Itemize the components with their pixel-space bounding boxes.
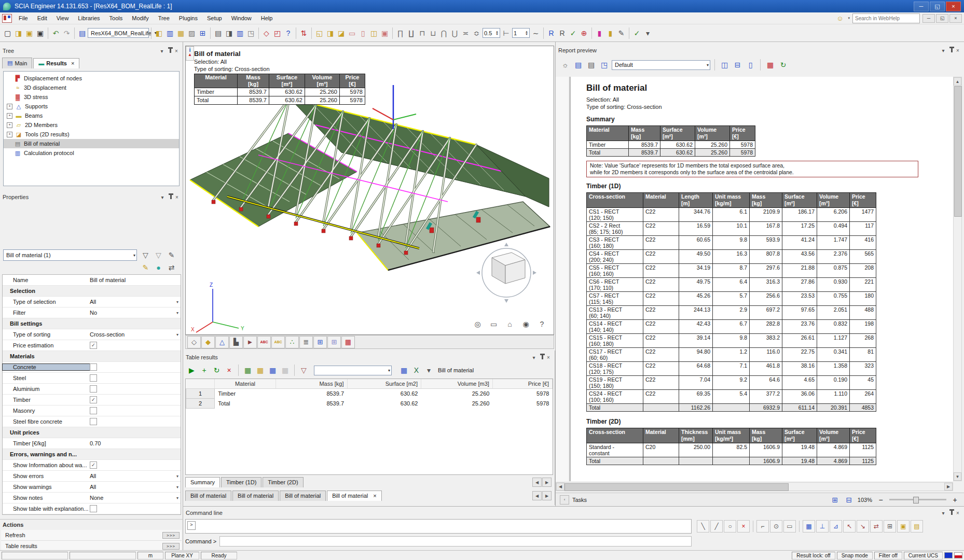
command-history-area[interactable]: > <box>185 519 692 534</box>
accept-icon[interactable]: ✓ <box>631 27 642 38</box>
project-manager-icon[interactable]: ▤ <box>77 27 88 38</box>
tree-menu-arrow-icon[interactable]: ▾ <box>158 47 166 54</box>
dropdown-arrow-icon[interactable]: ▾ <box>176 474 178 479</box>
member-labels-icon[interactable]: ABC <box>271 336 285 348</box>
pencil-icon[interactable]: ✎ <box>166 249 177 260</box>
tree-item-supports[interactable]: +△Supports <box>4 102 179 111</box>
property-value[interactable] <box>90 385 181 393</box>
property-value[interactable]: All▾ <box>90 299 181 305</box>
results-table-icon[interactable]: ⊞ <box>327 336 341 348</box>
labels-flag-icon[interactable]: ► <box>243 336 257 348</box>
scale-spinner-arrows-icon[interactable]: ▲▼ <box>495 31 499 36</box>
property-row-price-estimation[interactable]: Price estimation✓ <box>3 340 181 351</box>
snap-table-icon[interactable]: ⊞ <box>884 520 896 533</box>
checkbox-icon[interactable] <box>90 374 97 382</box>
tree-pin-icon[interactable] <box>170 49 171 53</box>
tree-close-icon[interactable]: × <box>173 47 180 54</box>
report-template-combo[interactable]: Default ▾ <box>612 60 710 70</box>
grid-row[interactable]: 2Total8539.7630.6225.2605978 <box>186 399 553 409</box>
color-magenta-icon[interactable]: ▮ <box>594 27 605 38</box>
grid-column-header[interactable]: Volume [m3] <box>421 379 492 389</box>
zoom-window-icon[interactable]: ▭ <box>488 318 499 329</box>
scroll-up-icon[interactable]: ▲ <box>954 77 961 86</box>
property-row-filter[interactable]: FilterNo▾ <box>3 307 181 318</box>
snap-spinner-arrows-icon[interactable]: ▲▼ <box>525 31 528 36</box>
property-value[interactable] <box>90 505 181 512</box>
command-line-menu-arrow-icon[interactable]: ▾ <box>940 509 947 516</box>
result-check-icon[interactable]: ✓ <box>568 27 579 38</box>
refresh-table-icon[interactable]: ↻ <box>211 365 222 376</box>
menu-tools[interactable]: Tools <box>105 13 128 23</box>
child-close-button[interactable]: × <box>949 14 962 23</box>
snap-ortho-icon[interactable]: ⊥ <box>816 520 829 533</box>
tree-item-2d-members[interactable]: +▱2D Members <box>4 120 179 130</box>
table-results-menu-arrow-icon[interactable]: ▾ <box>530 354 538 361</box>
status-current-ucs[interactable]: Current UCS <box>904 552 943 559</box>
checkbox-icon[interactable]: ✓ <box>90 396 97 403</box>
command-line-close-icon[interactable]: × <box>954 509 961 516</box>
beam-tool-1-icon[interactable]: ∏ <box>395 27 406 38</box>
snap-point-icon[interactable]: ⊙ <box>770 520 782 533</box>
doc-tab-bill-of-material[interactable]: Bill of material <box>185 491 231 501</box>
dropdown-arrow-icon[interactable]: ▾ <box>176 311 178 315</box>
viewport-info-icon[interactable]: i▲ <box>186 46 194 61</box>
action-more-button[interactable]: >>> <box>162 532 180 539</box>
scroll-left-icon[interactable]: ◀ <box>556 483 564 491</box>
property-row-show-table-with-explanation-[interactable]: Show table with explanation... <box>3 503 181 514</box>
zoom-slider-knob[interactable] <box>913 497 919 503</box>
grid-settings-icon[interactable]: ▦ <box>341 336 355 348</box>
report-page-region[interactable]: Bill of material Selection: All Type of … <box>556 77 953 481</box>
select-cursor-icon[interactable]: ⌐ <box>756 520 769 533</box>
filter-icon[interactable]: ▽ <box>140 249 151 260</box>
snap-last-icon[interactable]: ▤ <box>911 520 923 533</box>
export-icon[interactable]: ◳ <box>245 27 256 38</box>
layout-window-5-icon[interactable]: ▯ <box>357 27 368 38</box>
language-icon[interactable] <box>944 552 953 558</box>
property-row-show-errors[interactable]: Show errorsAll▾ <box>3 471 181 482</box>
help-dropdown-icon[interactable]: ▾ <box>848 16 850 20</box>
print-icon[interactable]: ▤ <box>213 27 224 38</box>
numbering-icon[interactable]: ≣ <box>299 336 313 348</box>
document-icon[interactable]: ▥ <box>235 27 245 38</box>
property-value[interactable]: No▾ <box>90 310 181 316</box>
scale-spinner[interactable]: 0.5▲▼ <box>483 28 500 38</box>
table-results-pin-icon[interactable] <box>542 355 543 359</box>
property-value[interactable] <box>90 363 181 371</box>
attachments-icon[interactable]: ▦ <box>175 27 186 38</box>
grid-column-header[interactable]: Material <box>215 379 276 389</box>
layout-window-4-icon[interactable]: ▭ <box>347 27 357 38</box>
sheet-tab-summary[interactable]: Summary <box>185 477 220 487</box>
table-filter-combo[interactable]: ▾ <box>314 366 392 375</box>
command-input[interactable] <box>219 536 692 547</box>
snap-rect-icon[interactable]: ▭ <box>783 520 796 533</box>
undo-icon[interactable]: ↶ <box>50 27 61 38</box>
report-menu-arrow-icon[interactable]: ▾ <box>940 47 947 54</box>
print-report-icon[interactable]: ▤ <box>586 60 597 71</box>
brush-icon[interactable]: ✎ <box>140 262 151 273</box>
report-settings-icon[interactable]: ☼ <box>560 60 571 71</box>
properties-close-icon[interactable]: × <box>173 193 181 201</box>
tasks-collapse-icon[interactable]: ‹ <box>560 495 569 505</box>
delete-draw-icon[interactable]: × <box>737 520 750 533</box>
doc-tab-bill-of-material[interactable]: Bill of material× <box>327 491 382 501</box>
excel-dropdown-icon[interactable]: ▾ <box>423 365 434 376</box>
fit-page-icon[interactable]: ▯ <box>745 60 756 71</box>
property-value[interactable]: All▾ <box>90 484 181 490</box>
expand-icon[interactable]: + <box>7 104 12 109</box>
tab-results[interactable]: ▬Results× <box>33 58 79 68</box>
layout-window-6-icon[interactable]: ◫ <box>368 27 379 38</box>
filter-list-icon[interactable]: ▽ <box>153 249 164 260</box>
beam-tool-8-icon[interactable]: ≎ <box>471 27 482 38</box>
horizontal-scroll-thumb[interactable] <box>564 483 789 491</box>
zoom-page-icon[interactable]: ◰ <box>272 27 283 38</box>
color-gold-icon[interactable]: ▮ <box>605 27 616 38</box>
zoom-fit-width-icon[interactable]: ⊞ <box>830 494 841 505</box>
scroll-right-icon[interactable]: ▶ <box>944 483 953 491</box>
property-row-type-of-selection[interactable]: Type of selectionAll▾ <box>3 297 181 307</box>
properties-menu-arrow-icon[interactable]: ▾ <box>159 193 166 201</box>
report-pin-icon[interactable] <box>951 48 953 52</box>
result-target-icon[interactable]: ⊕ <box>579 27 589 38</box>
webhelp-search-input[interactable] <box>852 13 920 23</box>
checkbox-icon[interactable] <box>90 418 97 425</box>
doc-tab-bill-of-material[interactable]: Bill of material <box>232 491 279 501</box>
